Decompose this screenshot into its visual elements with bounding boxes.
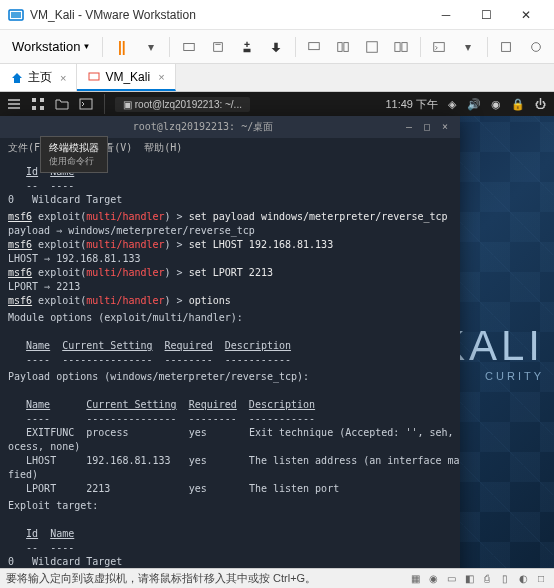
module-options-header: Module options (exploit/multi/handler):	[8, 311, 452, 325]
tool-button-3[interactable]	[264, 34, 289, 60]
device-icon[interactable]: □	[534, 572, 548, 586]
separator	[104, 94, 105, 114]
prompt-exploit: exploit(	[32, 211, 86, 222]
separator	[420, 37, 421, 57]
terminal-close[interactable]: ×	[436, 120, 454, 134]
tab-home[interactable]: 主页 ×	[0, 64, 77, 91]
device-icon[interactable]: ⎙	[480, 572, 494, 586]
workstation-menu[interactable]: Workstation ▼	[6, 35, 96, 58]
kali-logo-sub: CURITY	[485, 370, 544, 382]
th: Name	[26, 340, 50, 351]
prompt: msf6	[8, 267, 32, 278]
device-icon[interactable]: ▦	[408, 572, 422, 586]
power-dropdown[interactable]: ▾	[138, 34, 163, 60]
tool-button-1[interactable]	[205, 34, 230, 60]
device-icon[interactable]: ▭	[444, 572, 458, 586]
td: Exit technique (Accepted: '', seh, threa…	[249, 427, 460, 438]
device-icon[interactable]: ▯	[498, 572, 512, 586]
separator	[295, 37, 296, 57]
prompt-suffix: ) >	[165, 239, 189, 250]
maximize-button[interactable]: ☐	[466, 0, 506, 30]
tab-vm-kali[interactable]: VM_Kali ×	[77, 64, 175, 91]
fullscreen-button[interactable]	[360, 34, 385, 60]
terminal-body[interactable]: Id Name -- ---- 0 Wildcard Target msf6 e…	[0, 158, 460, 568]
svg-rect-3	[309, 42, 320, 49]
snapshot-button[interactable]	[176, 34, 201, 60]
panel-right: 11:49 下午 ◈ 🔊 ◉ 🔒 ⏻	[385, 96, 548, 112]
svg-rect-1	[11, 12, 21, 18]
td: 192.168.81.133	[86, 455, 170, 466]
display-button-1[interactable]	[302, 34, 327, 60]
device-icon[interactable]: ◉	[426, 572, 440, 586]
th: Required	[165, 340, 213, 351]
lock-icon[interactable]: 🔒	[510, 96, 526, 112]
td: process	[86, 427, 128, 438]
taskbar-task[interactable]: ▣ root@lzq20192213: ~/...	[115, 97, 250, 112]
td-wrap: fied)	[8, 468, 452, 482]
display-button-2[interactable]	[331, 34, 356, 60]
volume-icon[interactable]: 🔊	[466, 96, 482, 112]
console-button[interactable]	[427, 34, 452, 60]
terminal-window[interactable]: root@lzq20192213: ~/桌面 – □ × 文件(F) …(…) …	[0, 116, 460, 568]
td: EXITFUNC	[26, 427, 74, 438]
svg-rect-9	[434, 42, 445, 51]
unity-button[interactable]	[389, 34, 414, 60]
status-message: 要将输入定向到该虚拟机，请将鼠标指针移入其中或按 Ctrl+G。	[6, 571, 408, 586]
th-id: Id	[26, 166, 38, 177]
svg-rect-8	[402, 42, 407, 51]
prompt-suffix: ) >	[165, 211, 189, 222]
console-dropdown[interactable]: ▾	[456, 34, 481, 60]
task-icon: ▣	[123, 99, 135, 110]
network-icon[interactable]: ◈	[444, 96, 460, 112]
terminal-title: root@lzq20192213: ~/桌面	[6, 120, 400, 134]
payload-options-header: Payload options (windows/meterpreter/rev…	[8, 370, 452, 384]
separator	[102, 37, 103, 57]
tool-button-5[interactable]	[523, 34, 548, 60]
prompt-exploit: exploit(	[32, 295, 86, 306]
vmware-icon	[8, 7, 24, 23]
vm-icon	[87, 70, 101, 84]
terminal-panel-icon[interactable]	[78, 96, 94, 112]
kali-menu-icon[interactable]	[6, 96, 22, 112]
grid-icon[interactable]	[30, 96, 46, 112]
prompt-suffix: ) >	[165, 295, 189, 306]
close-icon[interactable]: ×	[60, 72, 66, 84]
kali-desktop[interactable]: KALI CURITY ▣ root@lzq20192213: ~/... 11…	[0, 92, 554, 568]
tool-button-2[interactable]	[235, 34, 260, 60]
prompt-module: multi/handler	[86, 295, 164, 306]
th: Description	[249, 399, 315, 410]
close-icon[interactable]: ×	[158, 71, 164, 83]
device-icon[interactable]: ◐	[516, 572, 530, 586]
minimize-button[interactable]: ─	[426, 0, 466, 30]
cmd: options	[189, 295, 231, 306]
close-button[interactable]: ✕	[506, 0, 546, 30]
th: Name	[50, 528, 74, 539]
terminal-titlebar[interactable]: root@lzq20192213: ~/桌面 – □ ×	[0, 116, 460, 138]
window-controls: ─ ☐ ✕	[426, 0, 546, 30]
terminal-minimize[interactable]: –	[400, 120, 418, 134]
prompt: msf6	[8, 211, 32, 222]
terminal-maximize[interactable]: □	[418, 120, 436, 134]
vmware-toolbar: Workstation ▼ || ▾ ▾	[0, 30, 554, 64]
chevron-down-icon: ▼	[82, 42, 90, 51]
notification-icon[interactable]: ◉	[488, 96, 504, 112]
clock[interactable]: 11:49 下午	[385, 97, 438, 112]
tool-button-4[interactable]	[494, 34, 519, 60]
tooltip-title: 终端模拟器	[49, 141, 99, 155]
svg-rect-17	[80, 99, 92, 109]
prompt-module: multi/handler	[86, 211, 164, 222]
menu-help[interactable]: 帮助(H)	[144, 141, 182, 155]
device-icon[interactable]: ◧	[462, 572, 476, 586]
prompt: msf6	[8, 295, 32, 306]
td: yes	[189, 455, 207, 466]
wildcard-row: 0 Wildcard Target	[8, 193, 452, 207]
terminal-tooltip: 终端模拟器 使用命令行	[40, 136, 108, 173]
svg-rect-5	[344, 42, 348, 51]
prompt-module: multi/handler	[86, 267, 164, 278]
svg-rect-6	[367, 41, 378, 52]
td: The listen address (an interface may be …	[249, 455, 460, 466]
files-icon[interactable]	[54, 96, 70, 112]
power-icon[interactable]: ⏻	[532, 96, 548, 112]
svg-rect-2	[184, 43, 195, 50]
pause-button[interactable]: ||	[109, 34, 134, 60]
